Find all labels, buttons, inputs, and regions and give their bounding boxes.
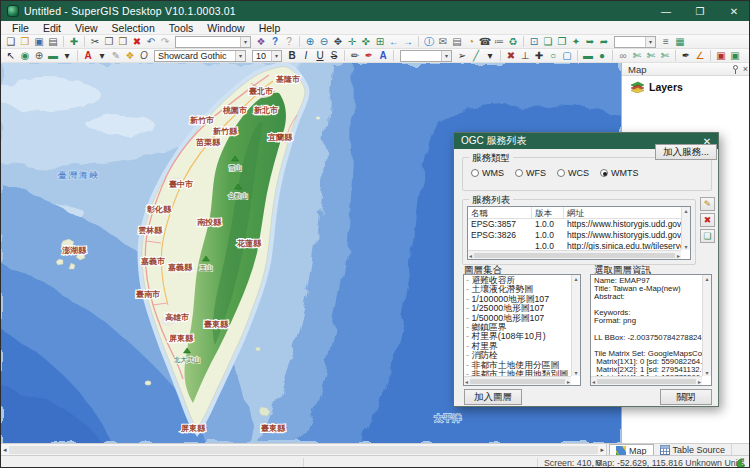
grid-extent-icon[interactable]: ⊞	[373, 35, 387, 48]
tree-vscrollbar[interactable]: ▴▾	[571, 275, 580, 376]
table-row[interactable]: EPSG:3826 1.0.0 https://www.historygis.u…	[468, 230, 690, 241]
char-color-icon[interactable]: A	[376, 49, 390, 62]
link-icon[interactable]: ∞	[616, 49, 630, 62]
add-layer-button[interactable]: 加入圖層	[464, 389, 522, 405]
col-version[interactable]: 版本	[532, 207, 564, 218]
layer-info[interactable]: Name: EMAP97Title: Taiwan e-Map(new)Abst…	[590, 274, 712, 386]
full-extent-icon[interactable]: ✛	[345, 35, 359, 48]
print-preview-icon[interactable]: ⊡	[527, 35, 541, 48]
edit-annotation-icon[interactable]: ✎	[109, 49, 123, 62]
font-color-dropdown-icon[interactable]: ▾	[95, 49, 109, 62]
sketch-icon[interactable]: ✒	[679, 49, 693, 62]
split-auto-icon[interactable]: ✄	[658, 49, 672, 62]
dialog-close-button[interactable]: 關閉	[660, 389, 712, 405]
info-hscrollbar[interactable]: ◂▸	[591, 376, 702, 385]
table-vscrollbar[interactable]: ▴▾	[681, 207, 690, 250]
panel-close-icon[interactable]: ×	[743, 64, 748, 74]
toolbox-icon[interactable]: ▣	[714, 49, 728, 62]
menu-item[interactable]: File	[5, 22, 36, 34]
menu-item[interactable]: Tools	[162, 22, 201, 34]
add-service-button[interactable]: 加入服務...	[655, 144, 717, 160]
rotate-icon[interactable]: ○	[546, 49, 560, 62]
open-project-icon[interactable]: ❒	[18, 35, 32, 48]
minimize-button[interactable]: —	[649, 1, 683, 21]
new-document-icon[interactable]: ❑	[4, 35, 18, 48]
send-page-icon[interactable]: ➦	[597, 35, 611, 48]
split-line-icon[interactable]: ✄	[630, 49, 644, 62]
select-tool-icon[interactable]: ↖	[4, 49, 18, 62]
italic-o-icon[interactable]: O	[137, 49, 151, 62]
pan-icon[interactable]: ✥	[331, 35, 345, 48]
edit-service-button[interactable]: ✎	[700, 197, 715, 211]
scroll-right-icon[interactable]: ▸	[600, 446, 604, 454]
scroll-left-icon[interactable]: ◂	[3, 446, 7, 454]
scale-combo[interactable]: ▾	[175, 36, 251, 48]
print-icon[interactable]: ▤	[46, 35, 60, 48]
pin-icon[interactable]	[732, 65, 739, 74]
add-vertex-icon[interactable]: ✚	[532, 49, 546, 62]
draw-line-icon[interactable]: ╱	[469, 49, 483, 62]
draw-dropdown-icon[interactable]: ▾	[483, 49, 497, 62]
radio-wms[interactable]: WMS	[471, 168, 504, 178]
paste-icon[interactable]: ❒	[116, 35, 130, 48]
edit-target-combo[interactable]: ▾	[400, 50, 452, 62]
help-icon[interactable]: ?	[268, 35, 282, 48]
menu-item[interactable]: Help	[252, 22, 288, 34]
layout-pages-icon[interactable]: ❐	[555, 35, 569, 48]
angle-icon[interactable]: ∠	[693, 49, 707, 62]
save-icon[interactable]: ▣	[32, 35, 46, 48]
message-icon[interactable]: ✉	[436, 35, 450, 48]
measure-tool-icon[interactable]: ▬	[46, 49, 60, 62]
marker-icon[interactable]: ✒	[362, 49, 376, 62]
split-polygon-icon[interactable]: ✄	[644, 49, 658, 62]
extensions-icon[interactable]: ▣	[728, 49, 742, 62]
radio-wcs[interactable]: WCS	[557, 168, 589, 178]
restore-button[interactable]: ❐	[683, 1, 717, 21]
measure-dropdown-icon[interactable]: ▾	[60, 49, 74, 62]
font-size-combo[interactable]: 10▾	[252, 50, 282, 62]
delete-service-button[interactable]: ✖	[700, 213, 715, 227]
rectangle-icon[interactable]: ▬	[581, 49, 595, 62]
menu-item[interactable]: Selection	[105, 22, 162, 34]
italic-icon[interactable]: I	[299, 49, 313, 62]
forward-extent-icon[interactable]: →	[401, 35, 415, 48]
underline-icon[interactable]: U	[313, 49, 327, 62]
menu-item[interactable]: View	[68, 22, 105, 34]
zoom-selected-icon[interactable]: ✜	[359, 35, 373, 48]
strikethrough-icon[interactable]: S	[327, 49, 341, 62]
tree-hscrollbar[interactable]: ◂▸	[464, 376, 571, 385]
info-vscrollbar[interactable]: ▴▾	[702, 275, 711, 376]
refresh-service-button[interactable]: ❏	[700, 229, 715, 243]
whats-this-icon[interactable]: ?	[282, 35, 296, 48]
import-page-icon[interactable]: ➥	[583, 35, 597, 48]
page-combo[interactable]: ▾	[614, 36, 656, 48]
delete-icon[interactable]: ✖	[130, 35, 144, 48]
font-combo[interactable]: Showcard Gothic▾	[154, 50, 246, 62]
font-color-icon[interactable]: A	[81, 49, 95, 62]
cut-icon[interactable]: ✂	[88, 35, 102, 48]
copy-icon[interactable]: ❐	[102, 35, 116, 48]
radio-wmts[interactable]: WMTS	[600, 168, 639, 178]
redo-icon[interactable]: ↷	[158, 35, 172, 48]
undo-icon[interactable]: ↶	[144, 35, 158, 48]
center-page-icon[interactable]: ✦	[569, 35, 583, 48]
chart-icon[interactable]: ◔	[464, 35, 478, 48]
refresh-icon[interactable]: ♻	[506, 35, 520, 48]
table-row[interactable]: EPSG:3857 1.0.0 https://www.historygis.u…	[468, 219, 690, 230]
radio-wfs[interactable]: WFS	[515, 168, 546, 178]
map-wizard-icon[interactable]: ❖	[254, 35, 268, 48]
layer-tree[interactable]: 避難收容所土壤液化潛勢圖1/100000地形圖1071/25000地形圖1071…	[463, 274, 581, 386]
select-rect-icon[interactable]: ▢	[560, 49, 574, 62]
zoom-tool-icon[interactable]: ⊕	[32, 49, 46, 62]
col-name[interactable]: 名稱	[468, 207, 532, 218]
scroll-thumb[interactable]	[9, 446, 599, 454]
ellipse-icon[interactable]: ●	[595, 49, 609, 62]
col-url[interactable]: 網址	[564, 207, 690, 218]
pen-icon[interactable]: ✏	[348, 49, 362, 62]
close-button[interactable]: ✕	[717, 1, 750, 21]
export-map-icon[interactable]: ❏	[541, 35, 555, 48]
select-plus-icon[interactable]: ➢	[455, 49, 469, 62]
bold-icon[interactable]: B	[285, 49, 299, 62]
report-icon[interactable]: ▤	[450, 35, 464, 48]
identify-feature-icon[interactable]: ◉	[18, 49, 32, 62]
